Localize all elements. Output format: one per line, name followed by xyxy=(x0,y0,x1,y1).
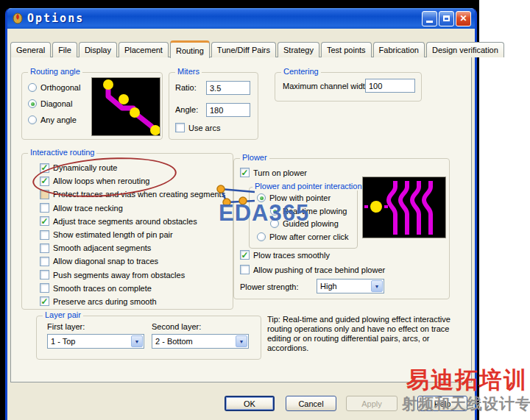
radio-row-orthogonal: Orthogonal xyxy=(28,83,80,92)
max-channel-width-label: Maximum channel width: xyxy=(283,82,372,90)
radio-row-plow-after-corner-click: Plow after corner click xyxy=(257,232,349,241)
title-bar[interactable]: Options ✕ xyxy=(7,8,475,29)
plow-after-corner-click-label[interactable]: Plow after corner click xyxy=(269,232,349,241)
options-dialog-icon xyxy=(12,13,24,24)
use-arcs-row: Use arcs xyxy=(175,123,220,132)
tab-display[interactable]: Display xyxy=(79,42,117,57)
minimize-icon xyxy=(426,21,433,23)
miters-group: Miters Ratio: 3.5 Angle: 180 Use arcs xyxy=(169,72,258,140)
ratio-input[interactable]: 3.5 xyxy=(206,81,250,95)
chinese-watermark-red: 易迪拓培训 xyxy=(406,365,528,396)
second-layer-label: Second layer: xyxy=(152,322,201,331)
preserve-arcs-label[interactable]: Preserve arcs during smooth xyxy=(53,297,157,306)
tab-routing[interactable]: Routing xyxy=(170,40,210,58)
miters-caption: Miters xyxy=(175,67,202,76)
checkbox-row-trace-necking: Allow trace necking xyxy=(40,202,231,215)
plower-strength-value: High xyxy=(317,282,370,291)
tab-strip: General File Display Placement Routing T… xyxy=(10,40,506,57)
plow-traces-smoothly-label[interactable]: Plow traces smoothly xyxy=(253,251,330,260)
tab-tune-diff-pairs[interactable]: Tune/Diff Pairs xyxy=(211,42,276,57)
diagonal-snap-checkbox[interactable] xyxy=(40,257,49,266)
maximize-button[interactable] xyxy=(439,11,454,26)
preserve-arcs-checkbox[interactable]: ✓ xyxy=(40,296,49,306)
checkbox-row-diagonal-snap: Allow diagonal snap to traces xyxy=(40,255,231,268)
smooth-on-complete-checkbox[interactable] xyxy=(40,283,49,293)
allow-pushing-label[interactable]: Allow pushing of trace behind plower xyxy=(253,266,385,274)
interactive-routing-caption: Interactive routing xyxy=(28,148,96,157)
angle-label: Angle: xyxy=(175,105,198,114)
show-estimated-length-label[interactable]: Show estimated length of pin pair xyxy=(53,230,173,239)
smooth-adjacent-label[interactable]: Smooth adjacent segments xyxy=(53,243,151,252)
checkbox-row-smooth-adjacent: Smooth adjacent segments xyxy=(40,241,231,255)
plow-after-corner-click-radio[interactable] xyxy=(257,232,266,241)
trace-necking-checkbox[interactable] xyxy=(40,203,49,213)
screenshot-root: Options ✕ General File Display Placement… xyxy=(0,0,530,420)
tab-strategy[interactable]: Strategy xyxy=(278,42,319,57)
diagonal-snap-label[interactable]: Allow diagonal snap to traces xyxy=(53,257,158,266)
eda365-watermark: EDA365 xyxy=(219,200,309,227)
trace-necking-label[interactable]: Allow trace necking xyxy=(53,204,123,213)
tab-test-points[interactable]: Test points xyxy=(321,42,372,57)
chevron-down-icon[interactable]: ▼ xyxy=(236,335,247,347)
orthogonal-radio[interactable] xyxy=(28,83,37,92)
routing-angle-caption: Routing angle xyxy=(28,67,82,76)
radio-row-any-angle: Any angle xyxy=(28,115,77,124)
first-layer-label: First layer: xyxy=(47,322,85,331)
diagonal-label[interactable]: Diagonal xyxy=(40,99,72,108)
tab-general[interactable]: General xyxy=(10,42,51,57)
max-channel-width-input[interactable]: 100 xyxy=(365,79,415,93)
push-segments-checkbox[interactable] xyxy=(40,270,49,280)
allow-pushing-row: Allow pushing of trace behind plower xyxy=(240,265,385,274)
adjust-segments-label[interactable]: Adjust trace segments around obstacles xyxy=(53,217,197,226)
turn-on-plower-row: ✓ Turn on plower xyxy=(240,168,307,177)
ok-button[interactable]: OK xyxy=(225,396,275,411)
routing-angle-group: Routing angle Orthogonal Diagonal Any an… xyxy=(21,72,163,140)
minimize-button[interactable] xyxy=(422,11,437,26)
angle-input[interactable]: 180 xyxy=(206,103,250,117)
use-arcs-checkbox[interactable] xyxy=(175,123,185,132)
tab-fabrication[interactable]: Fabrication xyxy=(373,42,425,57)
cancel-button[interactable]: Cancel xyxy=(286,396,336,411)
use-arcs-label[interactable]: Use arcs xyxy=(188,124,220,132)
orthogonal-label[interactable]: Orthogonal xyxy=(40,83,80,92)
window-title: Options xyxy=(27,12,420,25)
plower-group: Plower ✓ Turn on plower Plower and point… xyxy=(233,158,450,299)
apply-button[interactable]: Apply xyxy=(346,396,398,411)
plow-traces-smoothly-checkbox[interactable]: ✓ xyxy=(240,250,250,260)
checkbox-row-show-estimated-length: Show estimated length of pin pair xyxy=(40,228,231,241)
any-angle-radio[interactable] xyxy=(28,115,37,124)
push-segments-label[interactable]: Push segments away from obstacles xyxy=(53,271,185,280)
any-angle-label[interactable]: Any angle xyxy=(40,115,77,124)
adjust-segments-checkbox[interactable]: ✓ xyxy=(40,216,49,226)
first-layer-dropdown[interactable]: 1 - Top ▼ xyxy=(47,334,144,349)
maximize-icon xyxy=(443,15,450,21)
allow-pushing-checkbox[interactable] xyxy=(240,265,250,274)
centering-caption: Centering xyxy=(281,67,321,76)
chevron-down-icon[interactable]: ▼ xyxy=(131,335,143,347)
tab-placement[interactable]: Placement xyxy=(119,42,169,57)
close-icon: ✕ xyxy=(459,14,467,23)
tab-file[interactable]: File xyxy=(52,42,77,57)
layer-pair-group: Layer pair First layer: 1 - Top ▼ Second… xyxy=(36,316,261,360)
turn-on-plower-checkbox[interactable]: ✓ xyxy=(240,168,250,177)
show-estimated-length-checkbox[interactable] xyxy=(40,230,49,240)
ratio-value: 3.5 xyxy=(210,84,221,93)
plower-strength-label: Plower strength: xyxy=(240,282,298,291)
plower-caption: Plower xyxy=(240,153,269,162)
plower-strength-dropdown[interactable]: High ▼ xyxy=(317,279,384,293)
checkbox-row-preserve-arcs: ✓ Preserve arcs during smooth xyxy=(40,295,231,308)
diagonal-radio[interactable] xyxy=(28,99,37,108)
chevron-down-icon[interactable]: ▼ xyxy=(371,280,383,292)
tab-design-verification[interactable]: Design verification xyxy=(426,42,504,57)
checkbox-row-smooth-on-complete: Smooth traces on complete xyxy=(40,282,231,295)
chinese-watermark-gray: 射频和天线设计专家 xyxy=(402,394,530,414)
smooth-adjacent-checkbox[interactable] xyxy=(40,243,49,253)
plower-pointer-interaction-caption: Plower and pointer interaction xyxy=(252,182,364,191)
second-layer-dropdown[interactable]: 2 - Bottom ▼ xyxy=(152,334,249,349)
first-layer-value: 1 - Top xyxy=(48,337,130,346)
close-button[interactable]: ✕ xyxy=(456,11,471,26)
turn-on-plower-label[interactable]: Turn on plower xyxy=(253,168,307,177)
radio-row-diagonal: Diagonal xyxy=(28,99,72,108)
max-channel-width-value: 100 xyxy=(369,82,382,90)
smooth-on-complete-label[interactable]: Smooth traces on complete xyxy=(53,284,152,293)
